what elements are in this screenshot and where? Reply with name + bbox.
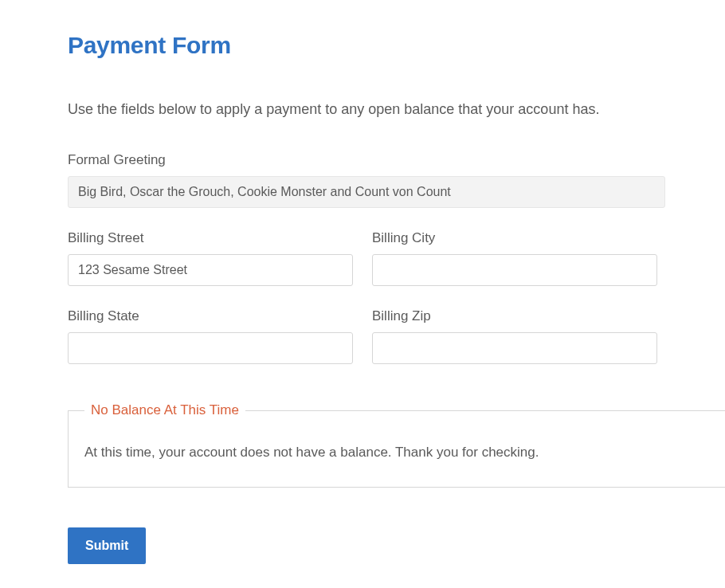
billing-city-field[interactable] (372, 254, 657, 286)
billing-zip-label: Billing Zip (372, 308, 657, 324)
page-title: Payment Form (68, 32, 657, 59)
submit-button[interactable]: Submit (68, 527, 146, 564)
formal-greeting-field (68, 176, 665, 208)
billing-state-label: Billing State (68, 308, 353, 324)
billing-zip-field[interactable] (372, 332, 657, 364)
billing-street-label: Billing Street (68, 230, 353, 246)
billing-city-label: Billing City (372, 230, 657, 246)
billing-state-field[interactable] (68, 332, 353, 364)
balance-notice-legend: No Balance At This Time (84, 402, 245, 418)
formal-greeting-label: Formal Greeting (68, 152, 665, 168)
form-description: Use the fields below to apply a payment … (68, 99, 657, 120)
balance-notice-fieldset: No Balance At This Time At this time, yo… (68, 402, 725, 488)
billing-street-field[interactable] (68, 254, 353, 286)
balance-notice-message: At this time, your account does not have… (84, 442, 709, 463)
